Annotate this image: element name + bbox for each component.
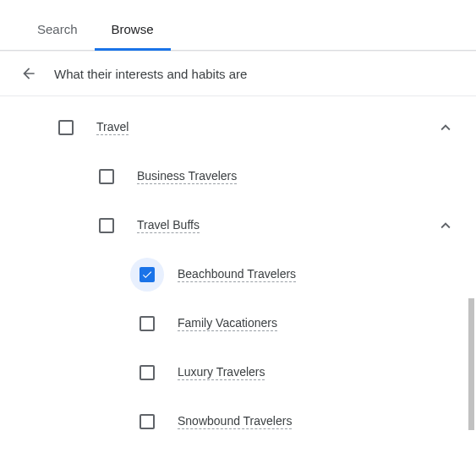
chevron-up-icon[interactable] — [435, 117, 456, 138]
breadcrumb-title: What their interests and habits are — [54, 67, 247, 81]
checkbox-wrap[interactable] — [49, 111, 83, 144]
back-arrow-icon[interactable] — [20, 65, 37, 82]
tree-label[interactable]: Travel — [96, 120, 129, 135]
chevron-up-icon[interactable] — [435, 215, 456, 236]
checkbox-wrap[interactable] — [90, 209, 123, 243]
tree-row-snowbound-travelers: Snowbound Travelers — [49, 397, 459, 446]
checkbox-wrap[interactable] — [90, 160, 123, 194]
tree-label[interactable]: Beachbound Travelers — [178, 267, 296, 282]
checkbox[interactable] — [140, 316, 155, 331]
tab-browse[interactable]: Browse — [95, 8, 171, 50]
checkbox-wrap[interactable] — [130, 356, 164, 390]
tree-label[interactable]: Travel Buffs — [137, 218, 200, 233]
tree-row-family-vacationers: Family Vacationers — [49, 299, 459, 348]
checkbox-wrap[interactable] — [130, 307, 164, 341]
tree-row-travel: Travel — [49, 103, 459, 152]
checkbox[interactable] — [58, 120, 74, 135]
checkbox[interactable] — [140, 267, 155, 282]
tree: Travel Business Travelers Travel Buffs — [0, 96, 476, 446]
checkbox[interactable] — [99, 218, 114, 233]
header: What their interests and habits are — [0, 51, 476, 96]
tree-label[interactable]: Snowbound Travelers — [178, 414, 292, 429]
tree-label[interactable]: Business Travelers — [137, 169, 237, 184]
checkbox-wrap[interactable] — [130, 405, 164, 439]
tabs: Search Browse — [0, 0, 476, 51]
tree-label[interactable]: Luxury Travelers — [178, 365, 265, 380]
tab-search[interactable]: Search — [20, 8, 95, 50]
checkbox[interactable] — [99, 169, 114, 184]
tree-row-luxury-travelers: Luxury Travelers — [49, 348, 459, 397]
tree-row-business-travelers: Business Travelers — [49, 152, 459, 201]
tree-row-travel-buffs: Travel Buffs — [49, 201, 459, 250]
checkbox[interactable] — [140, 365, 155, 380]
checkbox[interactable] — [140, 414, 155, 429]
tree-row-beachbound-travelers: Beachbound Travelers — [49, 250, 459, 299]
checkbox-wrap[interactable] — [130, 258, 164, 292]
scrollbar-thumb[interactable] — [468, 298, 474, 430]
tree-label[interactable]: Family Vacationers — [178, 316, 277, 331]
